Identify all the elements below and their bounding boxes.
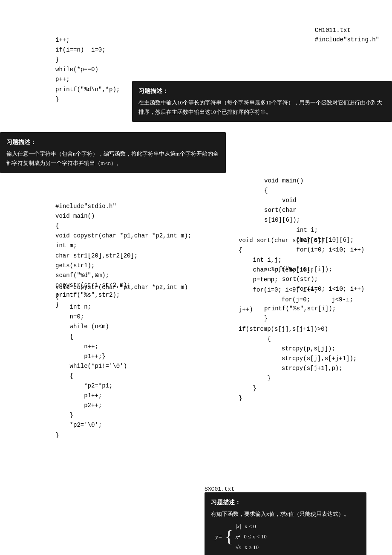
code-line: }: [239, 395, 242, 402]
case3-cond: x ≥ 10: [245, 542, 259, 552]
code-line: void copystr(char *p1,char *p2,int m): [55, 284, 188, 291]
code-line: p2++;: [55, 402, 102, 409]
ch1011-filename: CH1011.txt: [315, 26, 379, 35]
tooltip-sxc01-text: 有如下函数，要求输入x值，求y值（只能使用表达式）。: [211, 509, 360, 519]
code-line: int i,j;: [239, 257, 282, 263]
case2-expr: x2: [236, 531, 240, 542]
ch1011-label-area: CH1011.txt #include"string.h": [315, 26, 379, 45]
formula-case-2: x2 0 ≤ x < 10: [236, 531, 267, 542]
case3-expr: √x: [236, 542, 241, 552]
tooltip-ch1007: 习题描述： 输入任意一个字符串（包含n个字符），编写函数，将此字符串中从第m个字…: [0, 132, 226, 173]
code-line: n++;: [55, 343, 98, 350]
tooltip-sxc01: 习题描述： 有如下函数，要求输入x值，求y值（只能使用表达式）。 y= { |x…: [205, 492, 366, 555]
tooltip-ch1007-box: 习题描述： 输入任意一个字符串（包含n个字符），编写函数，将此字符串中从第m个字…: [0, 132, 226, 173]
y-label: y=: [215, 531, 222, 543]
left-brace: {: [225, 528, 233, 545]
tooltip-ch1011-text: 在主函数中输入10个等长的字符串（每个字符串最多10个字符），用另一个函数对它们…: [138, 98, 386, 117]
code-line: p1++;}: [55, 353, 106, 360]
ch1011-include: #include"string.h": [315, 35, 379, 44]
code-line: void main(): [264, 177, 303, 184]
code-line: s[10][6]);: [264, 217, 300, 223]
page: i++; if(i==n) i=0; } while(*p==0) p++; p…: [0, 0, 392, 555]
code-line: i++;: [55, 37, 70, 43]
formula-case-1: |x| x < 0: [236, 521, 267, 531]
code-line: {: [55, 294, 59, 301]
case1-cond: x < 0: [245, 521, 256, 531]
code-line: int m;: [55, 242, 77, 249]
code-line: strcpy(p,s[j]);: [239, 345, 335, 352]
code-line: gets(str1);: [55, 262, 95, 269]
code-line: {: [264, 187, 268, 194]
code-line: p1++;: [55, 392, 102, 399]
bottom-left-lines: void copystr(char *p1,char *p2,int m) { …: [55, 273, 239, 450]
code-line: {: [55, 373, 73, 379]
code-line: strcpy(s[j],s[+j+1]);: [239, 355, 357, 362]
code-line: p=temp;: [239, 276, 278, 283]
bottom-left-code-block: void copystr(char *p1,char *p2,int m) { …: [55, 273, 239, 450]
tooltip-sxc01-label: 习题描述：: [211, 497, 360, 508]
tooltip-ch1011-box: 习题描述： 在主函数中输入10个等长的字符串（每个字符串最多10个字符），用另一…: [132, 81, 392, 122]
right-sort-lines: void sort(char s[10][6]) { int i,j; char…: [239, 226, 379, 413]
code-line: #include"stdio.h": [55, 203, 116, 210]
code-line: p++;: [55, 76, 70, 83]
code-line: void main(): [55, 213, 95, 220]
math-formula: y= { |x| x < 0 x2 0 ≤ x < 10 √x: [211, 521, 360, 552]
code-line: while (n<m): [55, 323, 109, 330]
case2-cond: 0 ≤ x < 10: [244, 532, 266, 541]
code-line: while(*p==0): [55, 66, 98, 73]
code-line: sort(char: [264, 207, 297, 214]
code-line: void copystr(char *p1,char *p2,int m);: [55, 232, 191, 239]
formula-case-3: √x x ≥ 10: [236, 542, 267, 552]
code-line: while(*p1!='\0'): [55, 363, 127, 370]
code-line: for(j=0; j<9-i;: [239, 296, 353, 303]
code-line: if(i==n) i=0;: [55, 46, 106, 53]
formula-row: y= { |x| x < 0 x2 0 ≤ x < 10 √x: [215, 521, 360, 552]
code-line: char str1[20],str2[20];: [55, 252, 138, 259]
tooltip-sxc01-box: 习题描述： 有如下函数，要求输入x值，求y值（只能使用表达式）。 y= { |x…: [205, 492, 366, 555]
code-line: n=0;: [55, 313, 84, 320]
code-line: }: [55, 432, 59, 439]
tooltip-ch1011-label: 习题描述：: [138, 86, 386, 96]
code-line: j++): [239, 306, 253, 313]
code-line: *p2=*p1;: [55, 382, 112, 389]
formula-cases: |x| x < 0 x2 0 ≤ x < 10 √x x ≥ 10: [236, 521, 267, 552]
code-line: }: [55, 56, 59, 63]
code-line: char *p,temp[10];: [239, 266, 314, 273]
code-line: *p2='\0';: [55, 422, 102, 428]
code-line: printf("%d\n",*p);: [55, 86, 120, 93]
tooltip-ch1011: 习题描述： 在主函数中输入10个等长的字符串（每个字符串最多10个字符），用另一…: [132, 81, 392, 122]
right-sort-code-block: void sort(char s[10][6]) { int i,j; char…: [239, 226, 379, 413]
code-line: void: [264, 197, 297, 204]
code-line: {: [55, 223, 59, 229]
tooltip-ch1007-text: 输入任意一个字符串（包含n个字符），编写函数，将此字符串中从第m个字符开始的全部…: [6, 149, 219, 168]
code-line: }: [55, 412, 73, 419]
code-line: int n;: [55, 304, 91, 310]
code-line: {: [239, 247, 242, 254]
code-line: }: [239, 375, 271, 382]
code-line: for(i=0; i<9; i++): [239, 286, 317, 293]
tooltip-ch1007-label: 习题描述：: [6, 137, 219, 147]
code-line: void sort(char s[10][6]): [239, 237, 325, 244]
sxc01-filename: SXC01.txt: [205, 486, 234, 492]
case1-expr: |x|: [236, 521, 241, 531]
code-line: }: [239, 385, 257, 392]
code-line: {: [55, 333, 73, 340]
code-line: if(strcmp(s[j],s[j+1])>0): [239, 326, 328, 332]
code-line: }: [55, 96, 59, 103]
code-line: strcpy(s[j+1],p);: [239, 365, 343, 372]
code-line: {: [239, 335, 271, 342]
